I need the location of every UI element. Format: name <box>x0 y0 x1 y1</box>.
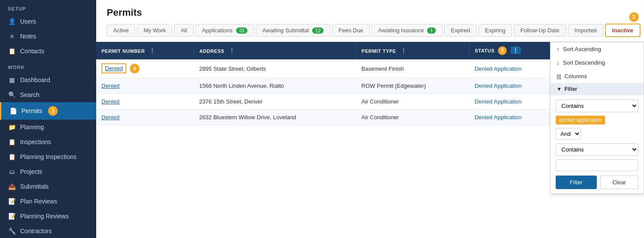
sidebar-label-planning-inspections: Planning Inspections <box>20 153 77 160</box>
tab-inactive[interactable]: 2 Inactive <box>605 24 640 37</box>
tab-fees-due[interactable]: Fees Due <box>332 24 369 37</box>
sidebar-item-inspections[interactable]: 📋 Inspections <box>0 135 96 149</box>
columns-item[interactable]: ||| Columns <box>550 69 644 83</box>
sidebar-label-dashboard: Dashboard <box>20 76 50 83</box>
tab-awaiting-issuance[interactable]: Awaiting Issuance 1 <box>372 24 442 37</box>
tab-applications[interactable]: Applications 33 <box>195 24 254 37</box>
filter-contains-select-1[interactable]: Contains <box>556 100 638 112</box>
sidebar-label-plan-reviews: Plan Reviews <box>20 198 57 205</box>
sidebar-item-planning-reviews[interactable]: 📝 Planning Reviews <box>0 209 96 224</box>
filter-text-input[interactable] <box>556 159 638 171</box>
sidebar-item-dashboard[interactable]: ▦ Dashboard <box>0 72 96 87</box>
sidebar-label-notes: Notes <box>20 33 36 40</box>
sidebar-label-inspections: Inspections <box>20 138 51 145</box>
sidebar-item-users[interactable]: 👤 Users <box>0 14 96 29</box>
planning-reviews-icon: 📝 <box>8 213 16 220</box>
type-cell-1: Basement Finish <box>356 59 470 78</box>
sidebar-item-submittals[interactable]: 📤 Submittals <box>0 179 96 194</box>
awaiting-issuance-badge: 1 <box>427 28 436 34</box>
sidebar-label-contractors: Contractors <box>20 228 52 235</box>
notes-icon: ≡ <box>8 33 16 40</box>
tab-expired[interactable]: Expired <box>444 24 477 37</box>
sort-desc-icon: ↓ <box>557 59 560 66</box>
permits-icon: 📄 <box>9 107 17 114</box>
contacts-icon: 📋 <box>8 48 16 55</box>
permit-link-4[interactable]: Denied <box>101 114 119 121</box>
sidebar-label-planning: Planning <box>20 124 44 131</box>
address-cell-3: 2376 15th Street, Denver <box>194 94 356 110</box>
permit-link-2[interactable]: Denied <box>101 83 119 89</box>
tab-all[interactable]: All <box>174 24 193 37</box>
inspections-icon: 📋 <box>8 138 16 145</box>
permit-number-cell: Denied <box>96 78 194 94</box>
sidebar-item-permits[interactable]: 📄 Permits 1 <box>0 102 96 120</box>
tabs-bar: Active My Work All Applications 33 Await… <box>107 24 634 37</box>
tab-active[interactable]: Active <box>107 24 135 37</box>
status-cell-1: Denied Application <box>469 59 556 78</box>
annotation-badge-4: 4 <box>130 64 139 73</box>
sidebar-label-permits: Permits <box>21 107 42 114</box>
sidebar-item-contacts[interactable]: 📋 Contacts <box>0 44 96 59</box>
annotation-badge-2: 2 <box>629 12 639 22</box>
page-header: Permits Active My Work All Applications … <box>96 0 644 42</box>
filter-and-row: And <box>556 128 638 140</box>
sidebar-item-contractors[interactable]: 🔧 Contractors <box>0 224 96 238</box>
clear-button[interactable]: Clear <box>600 176 639 189</box>
sidebar-item-planning[interactable]: 📁 Planning <box>0 120 96 135</box>
sidebar-item-search[interactable]: 🔍 Search <box>0 87 96 102</box>
sidebar-label-planning-reviews: Planning Reviews <box>20 213 69 220</box>
sort-ascending-item[interactable]: ↑ Sort Ascending <box>550 42 644 56</box>
setup-section-label: SETUP <box>0 0 96 14</box>
address-cell-2: 1568 North Linden Avenue, Rialto <box>194 78 356 94</box>
tab-follow-up-date[interactable]: Follow-Up Date <box>514 24 566 37</box>
permit-number-col-menu[interactable]: ⋮ <box>149 47 156 54</box>
sidebar: SETUP 👤 Users ≡ Notes 📋 Contacts WORK ▦ … <box>0 0 96 238</box>
permit-type-col-menu[interactable]: ⋮ <box>400 47 407 54</box>
address-cell-1: 2895 State Street, Gilberts <box>194 59 356 78</box>
address-col-menu[interactable]: ⋮ <box>229 47 235 54</box>
sidebar-label-users: Users <box>20 18 36 25</box>
col-address: ADDRESS ⋮ <box>194 42 356 59</box>
search-icon: 🔍 <box>8 91 16 98</box>
sidebar-item-planning-inspections[interactable]: 📋 Planning Inspections <box>0 149 96 164</box>
permits-table-area: PERMIT NUMBER ⋮ ADDRESS ⋮ PERMIT TYPE ⋮ … <box>96 42 644 238</box>
permit-number-cell: Denied 4 <box>96 59 194 78</box>
sidebar-label-search: Search <box>20 91 39 98</box>
sidebar-label-contacts: Contacts <box>20 48 44 55</box>
tab-my-work[interactable]: My Work <box>137 24 172 37</box>
sidebar-item-notes[interactable]: ≡ Notes <box>0 29 96 44</box>
type-cell-3: Air Conditioner <box>356 94 470 110</box>
filter-tag: denied application <box>556 116 638 124</box>
sort-descending-item[interactable]: ↓ Sort Descending <box>550 56 644 69</box>
page-title: Permits <box>107 7 634 18</box>
column-filter-dropdown: ↑ Sort Ascending ↓ Sort Descending ||| C… <box>550 42 644 194</box>
filter-button[interactable]: Filter <box>556 176 597 189</box>
status-col-menu[interactable]: ⋮ <box>511 46 521 54</box>
filter-icon: ▼ <box>557 86 562 92</box>
filter-actions: Filter Clear <box>550 176 644 193</box>
permit-number-cell: Denied <box>96 110 194 125</box>
filter-contains-select-2[interactable]: Contains <box>556 143 638 156</box>
col-permit-number: PERMIT NUMBER ⋮ <box>96 42 194 59</box>
status-cell-4: Denied Application <box>469 110 556 125</box>
filter-and-select[interactable]: And <box>556 128 581 140</box>
tab-awaiting-submittal[interactable]: Awaiting Submittal 12 <box>256 24 331 37</box>
planning-inspections-icon: 📋 <box>8 153 16 160</box>
sidebar-label-submittals: Submittals <box>20 183 49 190</box>
awaiting-submittal-badge: 12 <box>312 28 324 34</box>
status-cell-2: Denied Application <box>469 78 556 94</box>
permit-link-3[interactable]: Denied <box>101 98 119 105</box>
status-cell-3: Denied Application <box>469 94 556 110</box>
sidebar-item-projects[interactable]: 🗂 Projects <box>0 164 96 179</box>
tab-expiring[interactable]: Expiring <box>478 24 512 37</box>
main-content: Permits Active My Work All Applications … <box>96 0 644 238</box>
sort-asc-icon: ↑ <box>557 46 560 52</box>
sidebar-label-projects: Projects <box>20 168 42 175</box>
col-permit-type: PERMIT TYPE ⋮ <box>356 42 470 59</box>
sidebar-item-plan-reviews[interactable]: 📝 Plan Reviews <box>0 194 96 209</box>
dashboard-icon: ▦ <box>8 76 16 83</box>
permit-link-1[interactable]: Denied <box>101 63 126 73</box>
tab-imported[interactable]: Imported <box>568 24 603 37</box>
contractors-icon: 🔧 <box>8 228 16 235</box>
filter-section-header: ▼ Filter <box>550 83 644 95</box>
